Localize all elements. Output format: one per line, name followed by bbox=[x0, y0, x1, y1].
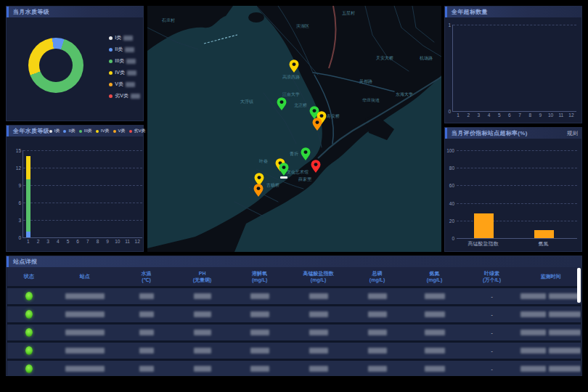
legend-dot bbox=[109, 60, 113, 63]
table-cell bbox=[348, 311, 406, 317]
redacted-value bbox=[250, 293, 269, 299]
map-terrain bbox=[147, 6, 441, 252]
legend-item[interactable]: 劣V类 bbox=[129, 128, 146, 134]
table-row[interactable]: - bbox=[7, 288, 581, 304]
y-axis-tick: 1 bbox=[448, 23, 451, 28]
table-cell bbox=[173, 366, 231, 372]
legend-item[interactable]: III类 bbox=[109, 57, 140, 65]
legend-label: I类 bbox=[115, 34, 121, 41]
chlorophyll-value: - bbox=[491, 311, 493, 318]
legend-item[interactable]: V类 bbox=[113, 128, 126, 134]
redacted-value bbox=[368, 348, 387, 354]
gridline bbox=[457, 185, 577, 186]
pin-hole bbox=[280, 100, 284, 104]
status-dot bbox=[25, 364, 33, 373]
legend-item[interactable]: 劣V类 bbox=[109, 92, 140, 99]
legend-item[interactable]: I类 bbox=[49, 128, 60, 134]
redacted-value bbox=[250, 311, 269, 317]
redacted-value bbox=[194, 330, 211, 335]
legend-label: I类 bbox=[54, 128, 60, 134]
table-cell bbox=[7, 346, 50, 355]
table-row[interactable]: - bbox=[7, 306, 581, 322]
legend-item[interactable]: IV类 bbox=[109, 69, 140, 76]
redacted-date bbox=[520, 330, 546, 335]
gridline bbox=[23, 168, 142, 168]
table-cell bbox=[7, 328, 50, 337]
x-axis-tick: 7 bbox=[86, 239, 89, 244]
pin-hole bbox=[293, 62, 296, 66]
column-header: 氨氮(mg/L) bbox=[406, 270, 463, 284]
table-cell bbox=[348, 330, 406, 335]
y-axis-tick: 100 bbox=[446, 148, 454, 153]
redacted-value bbox=[425, 311, 445, 317]
redacted-value bbox=[309, 330, 328, 335]
table-cell bbox=[231, 366, 288, 372]
bar-category-label: 氨氮 bbox=[539, 240, 549, 248]
panel-title: 当月水质等级 bbox=[13, 8, 49, 16]
legend-item[interactable]: II类 bbox=[63, 128, 75, 134]
map-place-label: 薛家里 bbox=[298, 176, 312, 181]
redacted-value bbox=[65, 293, 105, 299]
legend-dot bbox=[109, 83, 113, 86]
panel-monthly-rate: 当月评价指标站点超标率(%) 规则 020406080100高锰酸盐指数氨氮 bbox=[444, 127, 582, 252]
legend-label: V类 bbox=[118, 128, 126, 134]
pin-hole bbox=[314, 163, 318, 166]
table-cell bbox=[7, 310, 50, 319]
legend-label: III类 bbox=[84, 128, 92, 134]
redacted-value bbox=[309, 293, 328, 299]
legend-item[interactable]: V类 bbox=[109, 81, 140, 88]
legend-label: IV类 bbox=[115, 69, 125, 76]
legend-item[interactable]: II类 bbox=[109, 46, 140, 53]
redacted-value bbox=[368, 293, 387, 299]
column-header: PH(无量纲) bbox=[173, 270, 231, 284]
table-row[interactable]: - bbox=[7, 324, 581, 340]
donut-chart[interactable] bbox=[28, 38, 83, 93]
table-cell bbox=[50, 330, 119, 335]
legend-dot bbox=[49, 130, 52, 133]
legend-value-redacted bbox=[123, 36, 133, 41]
redacted-value bbox=[194, 348, 211, 354]
gridline bbox=[23, 150, 142, 151]
x-axis-tick: 10 bbox=[115, 239, 120, 244]
y-axis-tick: 3 bbox=[18, 218, 21, 223]
selected-pin-marker bbox=[280, 176, 287, 179]
legend-value-redacted bbox=[126, 82, 135, 87]
redacted-value bbox=[139, 293, 154, 299]
table-cell: - bbox=[463, 293, 520, 300]
table-cell bbox=[348, 366, 406, 372]
bar bbox=[534, 230, 554, 238]
x-axis-tick: 7 bbox=[518, 113, 521, 118]
legend-dot bbox=[109, 36, 113, 40]
pin-hole bbox=[316, 121, 319, 124]
panel-title: 当月评价指标站点超标率(%) bbox=[452, 129, 528, 137]
table-cell bbox=[231, 330, 288, 335]
panel-annual-exceed: 全年超标数量 01123456789101112 bbox=[444, 6, 582, 123]
y-axis-tick: 9 bbox=[18, 183, 21, 188]
x-axis-tick: 6 bbox=[508, 113, 511, 118]
table-scrollbar-thumb[interactable] bbox=[577, 268, 581, 303]
annual-exceed-chart: 01123456789101112 bbox=[452, 25, 576, 112]
legend-value-redacted bbox=[126, 59, 136, 64]
table-cell bbox=[520, 330, 581, 335]
legend-item[interactable]: III类 bbox=[79, 128, 92, 134]
rule-button[interactable]: 规则 bbox=[567, 130, 578, 137]
table-cell bbox=[231, 348, 288, 354]
table-row[interactable]: - bbox=[7, 361, 581, 375]
y-axis-tick: 0 bbox=[18, 235, 21, 240]
gridline bbox=[457, 150, 577, 151]
table-cell bbox=[288, 311, 348, 317]
table-cell bbox=[50, 348, 119, 354]
map[interactable]: 石庄村滨湖区五星村天安大桥机场路高浪西路吴都路江南大学北正桥寿安桥华庄街道东海大… bbox=[147, 6, 441, 252]
map-place-label: 北正桥 bbox=[294, 102, 307, 108]
x-axis-tick: 4 bbox=[57, 239, 60, 244]
redacted-value bbox=[425, 293, 445, 299]
legend-item[interactable]: I类 bbox=[109, 34, 140, 41]
legend-item[interactable]: IV类 bbox=[96, 128, 110, 134]
map-panel: 石庄村滨湖区五星村天安大桥机场路高浪西路吴都路江南大学北正桥寿安桥华庄街道东海大… bbox=[147, 6, 441, 252]
column-header: 溶解氧(mg/L) bbox=[231, 270, 288, 284]
table-row[interactable]: - bbox=[7, 343, 581, 359]
table-cell bbox=[50, 293, 119, 299]
redacted-value bbox=[139, 348, 154, 354]
redacted-value bbox=[250, 366, 269, 372]
x-axis-tick: 2 bbox=[467, 113, 470, 118]
